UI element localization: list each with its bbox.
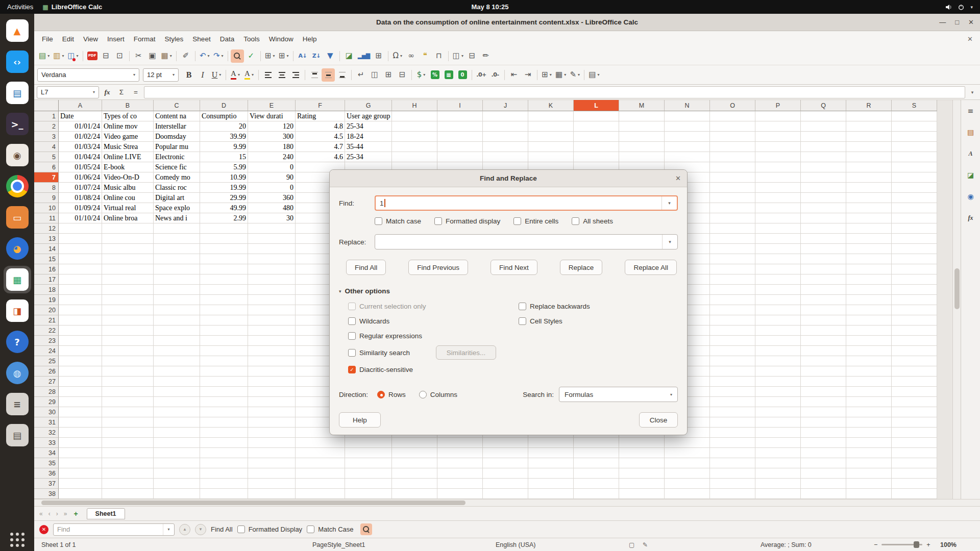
cell-E9[interactable]: 360: [248, 193, 296, 203]
row-header-10[interactable]: 10: [34, 203, 59, 213]
cell-B37[interactable]: [102, 479, 154, 489]
dialog-titlebar[interactable]: Find and Replace ✕: [330, 170, 687, 187]
cell-Q9[interactable]: [801, 193, 846, 203]
cell-R24[interactable]: [846, 346, 892, 356]
cell-P7[interactable]: [755, 172, 801, 183]
all-sheets-checkbox[interactable]: All sheets: [572, 217, 613, 225]
cell-P10[interactable]: [755, 203, 801, 213]
cell-D31[interactable]: [200, 417, 248, 428]
cell-D13[interactable]: [200, 234, 248, 244]
column-header-C[interactable]: C: [154, 100, 200, 111]
cell-C14[interactable]: [154, 244, 200, 254]
row-header-30[interactable]: 30: [34, 407, 59, 417]
menu-sheet[interactable]: Sheet: [188, 33, 215, 45]
cell-D14[interactable]: [200, 244, 248, 254]
add-decimal-icon[interactable]: .0+: [475, 68, 488, 82]
undo-icon[interactable]: ↶▾: [198, 49, 211, 63]
cell-J33[interactable]: [483, 438, 528, 448]
dropdown-arrow-icon[interactable]: ▾: [170, 54, 172, 58]
cell-Q31[interactable]: [801, 417, 846, 428]
cell-A9[interactable]: 01/08/24: [59, 193, 102, 203]
sheet-tab-sheet1[interactable]: Sheet1: [87, 508, 125, 519]
cell-S17[interactable]: [892, 274, 937, 285]
cell-O19[interactable]: [710, 295, 755, 305]
unmerge-cells-icon[interactable]: ⊟: [396, 68, 409, 82]
dropdown-arrow-icon[interactable]: ▾: [47, 54, 50, 58]
libreoffice-impress-dock-icon[interactable]: ◨: [4, 297, 31, 324]
cell-B9[interactable]: Online cou: [102, 193, 154, 203]
cell-C20[interactable]: [154, 305, 200, 315]
cell-S21[interactable]: [892, 315, 937, 325]
clock[interactable]: May 8 10:25: [472, 3, 509, 11]
cell-Q4[interactable]: [801, 142, 846, 152]
cell-L34[interactable]: [574, 448, 619, 458]
cell-H5[interactable]: [392, 152, 437, 162]
cell-A22[interactable]: [59, 325, 102, 336]
regular-expressions-checkbox[interactable]: Regular expressions: [348, 331, 519, 341]
cell-L36[interactable]: [574, 468, 619, 479]
cell-L1[interactable]: [574, 111, 619, 121]
cell-S8[interactable]: [892, 183, 937, 193]
next-sheet-icon[interactable]: ›: [54, 510, 60, 517]
cell-P23[interactable]: [755, 336, 801, 346]
column-header-J[interactable]: J: [483, 100, 528, 111]
menu-edit[interactable]: Edit: [58, 33, 79, 45]
horizontal-scrollbar[interactable]: [34, 499, 980, 506]
cell-M33[interactable]: [619, 438, 665, 448]
cell-L33[interactable]: [574, 438, 619, 448]
cell-E8[interactable]: 0: [248, 183, 296, 193]
column-header-H[interactable]: H: [392, 100, 437, 111]
files-dock-icon[interactable]: ▭: [4, 204, 31, 231]
cell-R28[interactable]: [846, 387, 892, 397]
cell-N5[interactable]: [665, 152, 710, 162]
vscode-dock-icon[interactable]: ‹›: [4, 48, 31, 76]
find-all-button[interactable]: Find All: [346, 260, 386, 275]
dropdown-arrow-icon[interactable]: ▾: [287, 54, 289, 58]
cell-C33[interactable]: [154, 438, 200, 448]
similarity-search-checkbox[interactable]: [348, 349, 356, 357]
cell-Q20[interactable]: [801, 305, 846, 315]
pivot-table-icon[interactable]: ⊞: [372, 49, 385, 63]
cell-S37[interactable]: [892, 479, 937, 489]
terminal-dock-icon[interactable]: >_: [4, 110, 31, 138]
format-date-icon[interactable]: ▦: [442, 68, 455, 82]
cell-H33[interactable]: [392, 438, 437, 448]
cell-E30[interactable]: [248, 407, 296, 417]
cell-F3[interactable]: 4.5: [296, 132, 345, 142]
cell-O8[interactable]: [710, 183, 755, 193]
bold-icon[interactable]: B: [182, 68, 195, 82]
increase-indent-icon[interactable]: ⇥: [521, 68, 534, 82]
cell-D5[interactable]: 15: [200, 152, 248, 162]
insert-column-icon[interactable]: ⊞▾: [277, 49, 290, 63]
cell-R20[interactable]: [846, 305, 892, 315]
cell-N4[interactable]: [665, 142, 710, 152]
zoom-percentage[interactable]: 100%: [940, 541, 957, 548]
cell-C7[interactable]: Comedy mo: [154, 172, 200, 183]
cell-C17[interactable]: [154, 274, 200, 285]
font-color-icon[interactable]: A▾: [229, 68, 242, 82]
cell-E11[interactable]: 30: [248, 213, 296, 223]
cell-R35[interactable]: [846, 458, 892, 468]
column-header-A[interactable]: A: [59, 100, 102, 111]
row-header-14[interactable]: 14: [34, 244, 59, 254]
cell-R8[interactable]: [846, 183, 892, 193]
dropdown-arrow-icon[interactable]: ▾: [173, 72, 175, 77]
menu-styles[interactable]: Styles: [160, 33, 188, 45]
cell-A4[interactable]: 01/03/24: [59, 142, 102, 152]
insert-comment-icon[interactable]: ❝: [419, 49, 432, 63]
expand-formula-bar-icon[interactable]: ▾: [967, 90, 977, 95]
cell-D19[interactable]: [200, 295, 248, 305]
cell-R21[interactable]: [846, 315, 892, 325]
row-header-31[interactable]: 31: [34, 417, 59, 428]
cell-R15[interactable]: [846, 254, 892, 264]
format-currency-icon[interactable]: $▾: [414, 68, 428, 82]
find-dropdown-icon[interactable]: ▾: [662, 196, 677, 210]
match-case-checkbox[interactable]: Match Case: [307, 525, 353, 533]
cell-P27[interactable]: [755, 377, 801, 387]
cell-G34[interactable]: [345, 448, 392, 458]
cell-P33[interactable]: [755, 438, 801, 448]
cell-I38[interactable]: [437, 489, 483, 499]
cell-Q34[interactable]: [801, 448, 846, 458]
cell-Q32[interactable]: [801, 428, 846, 438]
cell-Q12[interactable]: [801, 223, 846, 234]
